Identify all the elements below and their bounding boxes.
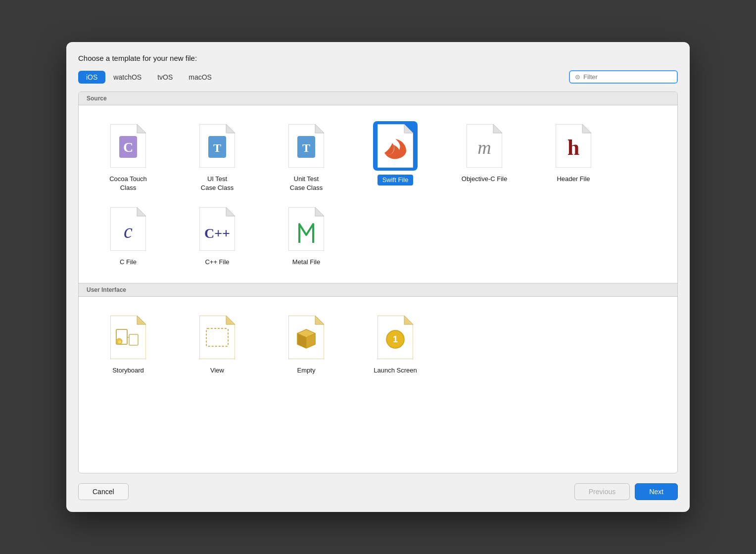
metal-icon <box>288 207 324 251</box>
svg-marker-29 <box>137 316 146 324</box>
item-launch-screen[interactable]: 1 Launch Screen <box>351 307 440 381</box>
svg-marker-35 <box>226 316 235 324</box>
item-cpp-file[interactable]: C++ C++ File <box>173 198 262 273</box>
tab-ios[interactable]: iOS <box>78 71 105 84</box>
item-c-file[interactable]: c C File <box>84 198 173 273</box>
swift-label: Swift File <box>378 175 414 185</box>
swift-icon <box>378 124 413 168</box>
view-icon-wrapper <box>195 313 239 362</box>
empty-icon-wrapper <box>284 313 329 362</box>
launch-screen-icon-wrapper: 1 <box>373 313 418 362</box>
cocoa-touch-icon: C <box>110 124 146 168</box>
cocoa-touch-icon-wrapper: C <box>106 121 150 171</box>
svg-text:m: m <box>477 137 491 158</box>
cancel-button[interactable]: Cancel <box>78 483 129 500</box>
item-view[interactable]: View <box>173 307 262 381</box>
template-dialog: Choose a template for your new file: iOS… <box>66 42 690 512</box>
user-interface-section-header: User Interface <box>79 283 677 297</box>
objc-label: Objective-C File <box>462 175 507 184</box>
metal-label: Metal File <box>292 258 320 267</box>
svg-text:h: h <box>567 136 579 160</box>
svg-marker-38 <box>315 316 324 324</box>
view-icon <box>199 316 235 359</box>
next-button[interactable]: Next <box>635 483 678 500</box>
cpp-icon-wrapper: C++ <box>195 204 239 254</box>
footer: Cancel Previous Next <box>78 483 678 500</box>
svg-text:⚙: ⚙ <box>118 340 121 344</box>
objc-icon: m <box>467 124 502 168</box>
cpp-icon: C++ <box>199 207 235 251</box>
svg-text:T: T <box>302 141 310 154</box>
svg-marker-18 <box>582 124 591 133</box>
launch-screen-label: Launch Screen <box>374 366 417 375</box>
filter-icon: ⊜ <box>575 73 580 81</box>
content-area: Source C Cocoa TouchClass <box>78 92 678 473</box>
svg-marker-27 <box>315 207 324 216</box>
item-ui-test-case-class[interactable]: T UI TestCase Class <box>173 115 262 198</box>
ui-test-icon-wrapper: T <box>195 121 239 171</box>
metal-icon-wrapper <box>284 204 329 254</box>
svg-marker-1 <box>137 124 146 133</box>
header-icon-wrapper: h <box>551 121 596 171</box>
c-label: C File <box>120 258 137 267</box>
storyboard-label: Storyboard <box>112 366 144 375</box>
header-icon: h <box>556 124 591 168</box>
item-cocoa-touch-class[interactable]: C Cocoa TouchClass <box>84 115 173 198</box>
empty-label: Empty <box>297 366 316 375</box>
unit-test-icon: T <box>288 124 324 168</box>
filter-box: ⊜ <box>569 70 678 84</box>
svg-marker-15 <box>493 124 502 133</box>
item-swift-file[interactable]: Swift File <box>351 115 440 198</box>
c-icon-wrapper: c <box>106 204 150 254</box>
ui-test-icon: T <box>199 124 235 168</box>
item-storyboard[interactable]: ⚙ Storyboard <box>84 307 173 381</box>
svg-text:1: 1 <box>393 334 398 344</box>
item-metal-file[interactable]: Metal File <box>262 198 351 273</box>
cpp-label: C++ File <box>205 258 229 267</box>
empty-icon <box>288 316 324 359</box>
unit-test-icon-wrapper: T <box>284 121 329 171</box>
c-icon: c <box>110 207 146 251</box>
footer-right: Previous Next <box>574 483 678 500</box>
filter-input[interactable] <box>583 73 672 81</box>
tab-macos[interactable]: macOS <box>181 71 220 84</box>
svg-marker-9 <box>315 124 324 133</box>
svg-marker-44 <box>404 316 413 324</box>
item-objective-c-file[interactable]: m Objective-C File <box>440 115 529 198</box>
swift-icon-wrapper <box>373 121 418 171</box>
source-items-grid: C Cocoa TouchClass T UI TestCase Class <box>79 105 677 283</box>
unit-test-label: Unit TestCase Class <box>290 175 323 192</box>
svg-text:T: T <box>213 141 221 154</box>
svg-text:c: c <box>124 220 133 242</box>
tab-tvos[interactable]: tvOS <box>149 71 181 84</box>
launch-screen-icon: 1 <box>378 316 413 359</box>
item-unit-test-case-class[interactable]: T Unit TestCase Class <box>262 115 351 198</box>
storyboard-icon-wrapper: ⚙ <box>106 313 150 362</box>
toolbar: iOS watchOS tvOS macOS ⊜ <box>78 70 678 84</box>
previous-button[interactable]: Previous <box>574 483 630 500</box>
svg-marker-24 <box>226 207 235 216</box>
storyboard-icon: ⚙ <box>110 316 146 359</box>
svg-marker-21 <box>137 207 146 216</box>
source-section-header: Source <box>79 92 677 105</box>
item-header-file[interactable]: h Header File <box>529 115 618 198</box>
item-empty[interactable]: Empty <box>262 307 351 381</box>
svg-marker-5 <box>226 124 235 133</box>
tab-watchos[interactable]: watchOS <box>105 71 149 84</box>
dialog-title: Choose a template for your new file: <box>78 54 678 62</box>
cocoa-touch-label: Cocoa TouchClass <box>109 175 147 192</box>
svg-text:C: C <box>123 139 133 155</box>
tab-group: iOS watchOS tvOS macOS <box>78 71 569 84</box>
header-label: Header File <box>557 175 590 184</box>
objc-icon-wrapper: m <box>462 121 507 171</box>
ui-test-label: UI TestCase Class <box>201 175 234 192</box>
svg-marker-13 <box>404 124 413 133</box>
view-label: View <box>210 366 224 375</box>
ui-items-grid: ⚙ Storyboard View <box>79 297 677 391</box>
svg-text:C++: C++ <box>204 226 230 241</box>
